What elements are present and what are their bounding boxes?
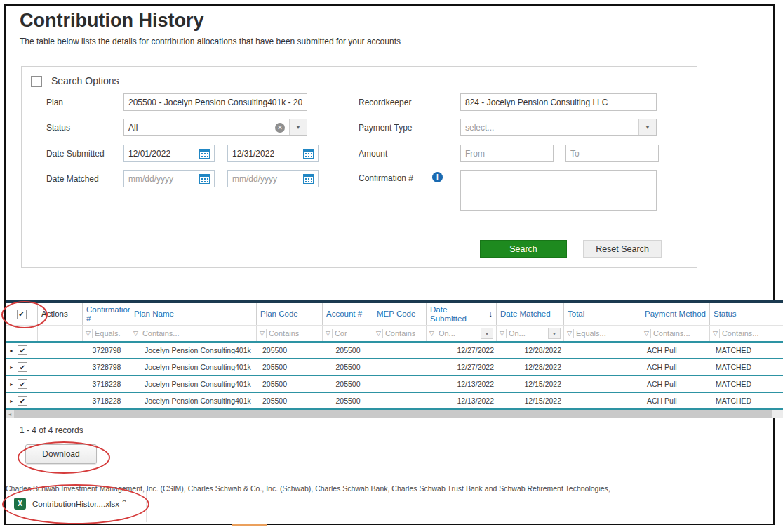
status-value: All xyxy=(124,123,275,133)
row-checkbox[interactable]: ✔ xyxy=(18,396,27,406)
filter-placeholder: Contains xyxy=(382,329,415,338)
confirmation-label: Confirmation # xyxy=(359,173,413,183)
date-matched-from-input[interactable] xyxy=(124,174,199,184)
recordkeeper-input[interactable] xyxy=(460,93,657,111)
status-clear-icon[interactable]: ✕ xyxy=(275,123,285,133)
select-all-checkbox[interactable]: ✔ xyxy=(17,310,27,319)
plan-input[interactable] xyxy=(123,93,307,111)
column-header-mep-code[interactable]: MEP Code xyxy=(373,303,427,325)
excel-file-icon: X xyxy=(14,498,26,510)
status-cell: MATCHED xyxy=(710,380,783,388)
downloaded-file-chip[interactable]: ContributionHistor....xlsx xyxy=(32,500,119,508)
payment-method-cell: ACH Pull xyxy=(641,363,710,371)
contribution-history-table: ✔ Actions Confirmation # Plan Name Plan … xyxy=(6,300,783,418)
amount-from-input[interactable] xyxy=(460,145,554,162)
chevron-down-icon: ▼ xyxy=(552,331,557,336)
table-row: ►✔ 3728798 Jocelyn Pension Consulting401… xyxy=(6,343,783,359)
filter-total[interactable]: ▽Equals... xyxy=(564,326,641,341)
calendar-icon[interactable] xyxy=(199,174,210,184)
row-controls: ►✔ xyxy=(6,396,38,406)
date-submitted-cell: 12/27/2022 xyxy=(427,346,497,354)
scroll-left-arrow-icon[interactable]: ◄ xyxy=(6,410,14,418)
row-checkbox[interactable]: ✔ xyxy=(18,362,27,372)
column-header-actions: Actions xyxy=(38,303,83,325)
collapse-search-options-button[interactable]: − xyxy=(31,76,42,87)
filter-mep-code[interactable]: ▽Contains xyxy=(373,326,427,341)
contribution-history-page: Contribution History The table below lis… xyxy=(0,0,783,532)
info-icon[interactable]: i xyxy=(432,172,443,182)
calendar-icon[interactable] xyxy=(199,149,210,159)
table-row: ►✔ 3728798 Jocelyn Pension Consulting401… xyxy=(6,359,783,376)
column-header-date-matched[interactable]: Date Matched xyxy=(497,303,564,325)
account-cell: 205500 xyxy=(323,346,373,354)
filter-date-matched[interactable]: ▽On...▼ xyxy=(497,326,564,341)
column-header-date-submitted[interactable]: Date Submitted ↓ xyxy=(427,303,497,325)
filter-operator-dropdown[interactable]: ▼ xyxy=(481,328,493,339)
plan-name-cell: Jocelyn Pension Consulting401k xyxy=(130,346,257,354)
plan-name-cell: Jocelyn Pension Consulting401k xyxy=(130,397,257,405)
filter-payment-method[interactable]: ▽Contains... xyxy=(641,326,710,341)
expand-row-icon[interactable]: ► xyxy=(9,382,14,387)
chevron-down-icon: ▼ xyxy=(295,124,301,131)
filter-confirmation[interactable]: ▽Equals. xyxy=(83,326,130,341)
expand-row-icon[interactable]: ► xyxy=(9,348,14,353)
date-matched-cell: 12/28/2022 xyxy=(497,346,564,354)
column-header-status[interactable]: Status xyxy=(710,303,783,325)
table-header-row: ✔ Actions Confirmation # Plan Name Plan … xyxy=(6,303,783,326)
filter-account[interactable]: ▽Cor xyxy=(323,326,373,341)
date-matched-to-input[interactable] xyxy=(228,174,303,184)
plan-code-cell: 205500 xyxy=(257,380,323,388)
plan-code-cell: 205500 xyxy=(257,397,323,405)
scrollbar-thumb[interactable] xyxy=(14,410,772,418)
filter-date-submitted[interactable]: ▽On...▼ xyxy=(427,326,497,341)
confirmation-cell: 3728798 xyxy=(83,346,130,354)
expand-row-icon[interactable]: ► xyxy=(9,365,14,370)
expand-row-icon[interactable]: ► xyxy=(9,399,14,404)
plan-code-cell: 205500 xyxy=(257,346,323,354)
reset-search-button[interactable]: Reset Search xyxy=(583,240,662,258)
column-header-total[interactable]: Total xyxy=(564,303,641,325)
horizontal-scrollbar[interactable]: ◄ xyxy=(6,410,783,418)
minus-icon: − xyxy=(34,76,39,86)
filter-placeholder: Cor xyxy=(332,329,347,338)
column-header-account[interactable]: Account # xyxy=(323,303,373,325)
filter-placeholder: On... xyxy=(506,329,526,338)
date-matched-label: Date Matched xyxy=(46,174,99,184)
status-label: Status xyxy=(46,123,70,133)
amount-to-input[interactable] xyxy=(566,145,659,162)
filter-funnel-icon: ▽ xyxy=(644,330,649,337)
date-matched-from-field xyxy=(123,170,215,187)
download-button[interactable]: Download xyxy=(25,444,97,464)
filter-funnel-icon: ▽ xyxy=(376,330,381,337)
column-header-payment-method[interactable]: Payment Method xyxy=(641,303,710,325)
status-cell: MATCHED xyxy=(710,363,783,371)
calendar-icon[interactable] xyxy=(303,149,314,159)
row-checkbox[interactable]: ✔ xyxy=(18,379,27,389)
plan-label: Plan xyxy=(46,98,63,107)
filter-funnel-icon: ▽ xyxy=(567,330,572,337)
chevron-up-icon[interactable]: ⌃ xyxy=(121,498,128,508)
row-checkbox[interactable]: ✔ xyxy=(18,345,27,355)
amount-label: Amount xyxy=(359,149,387,159)
search-button[interactable]: Search xyxy=(480,240,567,258)
filter-plan-code[interactable]: ▽Contains xyxy=(257,326,323,341)
date-matched-cell: 12/15/2022 xyxy=(497,380,564,388)
column-header-confirmation[interactable]: Confirmation # xyxy=(83,303,130,325)
payment-type-select[interactable]: select... ▼ xyxy=(460,119,657,136)
date-submitted-cell: 12/27/2022 xyxy=(427,363,497,371)
calendar-icon[interactable] xyxy=(303,174,314,184)
status-select[interactable]: All ✕ ▼ xyxy=(123,119,307,136)
filter-plan-name[interactable]: ▽Contains... xyxy=(130,326,257,341)
confirmation-textarea[interactable] xyxy=(460,170,657,211)
date-submitted-to-input[interactable] xyxy=(228,149,303,159)
column-header-plan-code[interactable]: Plan Code xyxy=(257,303,323,325)
column-header-plan-name[interactable]: Plan Name xyxy=(130,303,257,325)
status-dropdown-button[interactable]: ▼ xyxy=(289,119,307,135)
filter-operator-dropdown[interactable]: ▼ xyxy=(548,328,561,339)
filter-cell-actions xyxy=(38,326,83,341)
filter-status[interactable]: ▽Contains... xyxy=(710,326,783,341)
date-submitted-from-input[interactable] xyxy=(124,149,199,159)
confirmation-cell: 3728798 xyxy=(83,363,130,371)
date-submitted-cell: 12/13/2022 xyxy=(427,380,497,388)
payment-type-dropdown-button[interactable]: ▼ xyxy=(638,119,656,135)
